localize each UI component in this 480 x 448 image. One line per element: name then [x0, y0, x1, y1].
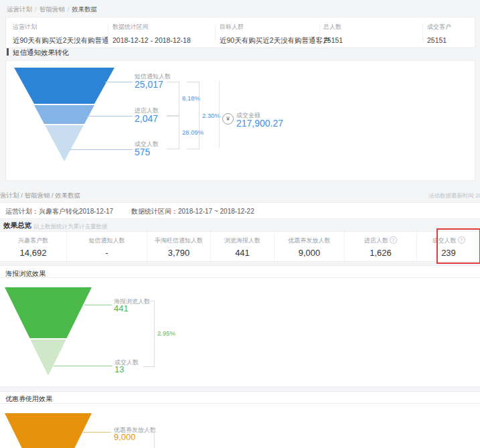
summary-label: 总人数 [323, 23, 343, 31]
plan-info-row: 运营计划：兴趣客户转化2018-12-17 数据统计区间：2018-12-17 … [0, 202, 480, 219]
summary-value: 25151 [323, 36, 343, 44]
data-update-note: 活动数据最新时间 2018-12 [428, 192, 480, 200]
plan-date-range: 数据统计区间：2018-12-17 ~ 2018-12-22 [131, 207, 254, 216]
coupon-funnel-chart [5, 413, 92, 448]
breadcrumb-item-marketing[interactable]: 智能营销 [39, 5, 65, 13]
rate-bracket [143, 301, 155, 367]
metric-label: 进店人数? [345, 236, 416, 245]
summary-label: 成交客户 [427, 23, 451, 31]
connector-line [84, 305, 112, 305]
funnel-segment-coupons-issued[interactable] [5, 413, 92, 448]
summary-label: 目标人群 [220, 23, 330, 31]
metric-label: 短信通知人数 [67, 236, 147, 245]
sms-funnel-chart [14, 68, 114, 161]
summary-total-count: 总人数 25151 [323, 23, 343, 44]
summary-deal-customers: 成交客户 25151 [427, 23, 451, 44]
summary-value: 近90天有购买近2天没有购普通客户 [220, 36, 330, 46]
stage-value: 13 [114, 364, 124, 374]
stage-value: 441 [114, 303, 129, 313]
metric-label: 优惠券发放人数 [274, 236, 344, 245]
coupon-section-title: 优惠券使用效果 [5, 394, 52, 404]
summary-date-range: 数据统计区间 2018-12-12 - 2018-12-18 [112, 23, 191, 44]
yen-icon: ¥ [222, 113, 234, 125]
sms-funnel-section-title: 短信通知效果转化 [7, 48, 69, 58]
stage-value: 2,047 [135, 113, 158, 124]
breadcrumb-text: 营计划 / 智能营销 / 效果数据 [0, 192, 80, 199]
poster-conversion-rate: 2.95% [157, 329, 175, 337]
metric-store-visits: 进店人数? 1,626 [345, 232, 417, 261]
metric-value: - [67, 248, 147, 258]
sms-funnel-panel: 短信通知人数 25,017 进店人数 2,047 成交人数 575 8.18% … [5, 60, 475, 181]
metric-label: 浏览海报人数 [211, 236, 274, 245]
divider [422, 24, 423, 42]
section-title-text: 短信通知效果转化 [13, 48, 69, 56]
divider [108, 24, 108, 42]
metric-value: 9,000 [274, 248, 344, 258]
metric-value: 1,626 [345, 248, 416, 258]
dashboard-page: 运营计划/智能营销/效果数据 运营计划 近90天有购买近2天没有购普通 数据统计… [0, 0, 480, 448]
rate-bracket [143, 429, 155, 448]
rate-bracket [167, 82, 179, 116]
rate-overall: 2.30% [202, 112, 220, 119]
metric-wangxin-notified: 手淘旺信通知人数 3,790 [147, 232, 211, 261]
campaign-summary-card: 运营计划 近90天有购买近2天没有购普通 数据统计区间 2018-12-12 -… [5, 17, 475, 48]
breadcrumb-clipped[interactable]: 营计划 / 智能营销 / 效果数据 [0, 192, 80, 200]
connector-line [70, 149, 133, 150]
divider [0, 277, 480, 278]
summary-label: 数据统计区间 [112, 23, 191, 31]
rate-bracket [167, 116, 179, 149]
amount-value: 217,900.27 [236, 118, 283, 129]
summary-value: 25151 [427, 36, 451, 44]
summary-label: 运营计划 [13, 23, 109, 31]
summary-value: 近90天有购买近2天没有购普通 [13, 36, 109, 46]
metric-label: 手淘旺信通知人数 [147, 236, 210, 245]
funnel-segment-poster-views[interactable] [5, 287, 92, 338]
breadcrumb-separator: / [68, 5, 70, 13]
divider [219, 81, 220, 148]
title-bar-icon [7, 48, 9, 56]
stage-value: 575 [135, 147, 150, 157]
overview-note: 以上数据统计为累计去重数据 [33, 223, 108, 231]
coupon-effect-panel: 优惠券使用效果 优惠券发放人数 9,000 [0, 391, 480, 448]
summary-plan: 运营计划 近90天有购买近2天没有购普通 [13, 23, 109, 46]
metric-interest-customers: 兴趣客户数 14,692 [0, 232, 67, 261]
connector-line [83, 432, 111, 433]
funnel-segment-deals[interactable] [14, 125, 114, 161]
deal-count-highlight-box [436, 228, 480, 264]
funnel-segment-sms-notified[interactable] [14, 68, 114, 104]
breadcrumb: 运营计划/智能营销/效果数据 [7, 5, 97, 14]
metrics-table: 兴趣客户数 14,692 短信通知人数 - 手淘旺信通知人数 3,790 浏览海… [0, 231, 480, 262]
divider [0, 403, 480, 404]
rate-bracket [187, 82, 199, 149]
metric-label: 兴趣客户数 [0, 236, 66, 245]
summary-value: 2018-12-12 - 2018-12-18 [112, 36, 191, 44]
breadcrumb-item-plan[interactable]: 运营计划 [7, 5, 32, 13]
divider [319, 24, 320, 42]
metric-value: 441 [211, 248, 274, 258]
metric-poster-views: 浏览海报人数 441 [211, 232, 274, 261]
metric-label-text: 进店人数 [364, 237, 388, 244]
info-icon[interactable]: ? [390, 236, 397, 244]
metric-coupons-issued: 优惠券发放人数 9,000 [274, 232, 345, 261]
connector-line [54, 366, 112, 366]
summary-target-audience: 目标人群 近90天有购买近2天没有购普通客户 [220, 23, 330, 46]
funnel-segment-store-visits[interactable] [14, 105, 114, 124]
plan-name: 运营计划：兴趣客户转化2018-12-17 [5, 207, 113, 216]
stage-value: 25,017 [135, 79, 163, 90]
metric-value: 3,790 [147, 248, 210, 258]
connector-line [105, 82, 133, 82]
divider [215, 24, 216, 42]
connector-line [86, 116, 133, 117]
funnel-segment-poster-deals[interactable] [5, 340, 92, 376]
breadcrumb-item-effect-data: 效果数据 [72, 5, 97, 13]
metric-value: 14,692 [0, 248, 66, 258]
poster-effect-panel: 海报浏览效果 海报浏览人数 441 成交人数 13 2.95% [0, 265, 480, 387]
stage-value: 9,000 [114, 432, 136, 442]
metric-sms-notified: 短信通知人数 - [67, 232, 147, 261]
poster-funnel-chart [5, 287, 92, 376]
overview-title: 效果总览 [3, 221, 31, 230]
breadcrumb-separator: / [35, 5, 37, 13]
